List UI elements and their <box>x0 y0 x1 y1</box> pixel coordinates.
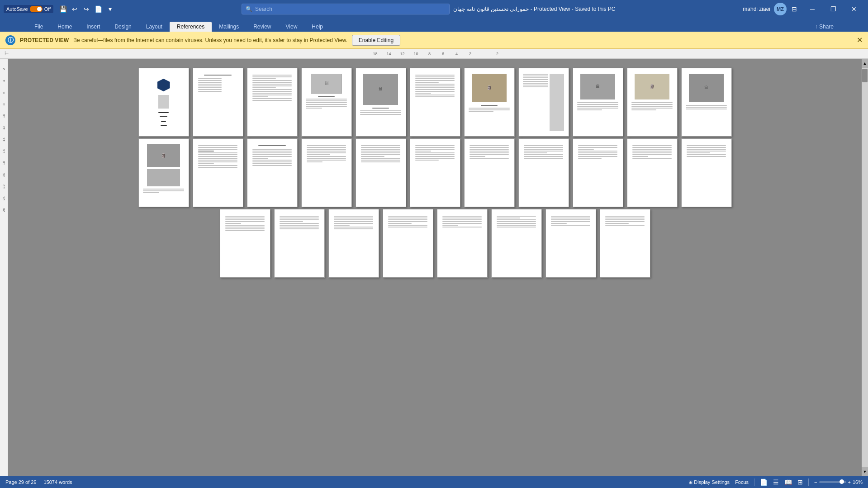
document-area[interactable]: 🖼 🏛 <box>8 59 862 476</box>
line <box>280 221 303 222</box>
focus-button[interactable]: Focus <box>735 479 749 485</box>
page-thumb-23[interactable] <box>220 209 270 278</box>
page-thumb-10[interactable]: 🗿 <box>627 68 678 137</box>
zoom-in-button[interactable]: + <box>848 479 851 485</box>
view-print-layout-button[interactable]: 📄 <box>760 479 768 486</box>
line <box>252 165 292 166</box>
page-thumb-4[interactable]: 🖼 <box>301 68 352 137</box>
page-thumb-3[interactable] <box>247 68 298 137</box>
line <box>252 163 292 164</box>
page-thumb-21[interactable] <box>627 138 678 207</box>
user-name: mahdi ziaei <box>743 6 770 12</box>
cover-subtitle-line <box>161 121 166 122</box>
page-thumb-20[interactable] <box>573 138 623 207</box>
user-avatar[interactable]: MZ <box>774 3 787 15</box>
undo-icon[interactable]: ↩ <box>71 5 79 13</box>
page-thumb-18[interactable] <box>464 138 515 207</box>
line <box>225 221 265 222</box>
scroll-down-button[interactable]: ▼ <box>862 467 868 476</box>
dropdown-icon[interactable]: ▾ <box>106 5 114 13</box>
tab-file[interactable]: File <box>27 22 50 32</box>
page-thumb-13[interactable] <box>193 138 243 207</box>
page-thumb-9[interactable]: 🏛 <box>573 68 623 137</box>
page-thumb-27[interactable] <box>437 209 488 278</box>
line <box>523 81 548 82</box>
page-thumb-7[interactable]: 🗿 <box>464 68 515 137</box>
line <box>469 109 510 110</box>
line <box>470 152 509 153</box>
display-settings-button[interactable]: ⊞ Display Settings <box>688 479 730 485</box>
restore-button[interactable]: ❐ <box>823 0 844 18</box>
search-input[interactable] <box>255 6 446 12</box>
line <box>252 98 292 99</box>
search-box[interactable]: 🔍 <box>242 4 450 14</box>
page-thumb-29[interactable] <box>545 209 596 278</box>
vertical-scrollbar[interactable]: ▲ ▼ <box>862 59 868 476</box>
page-thumb-22[interactable] <box>681 138 732 207</box>
page-thumb-11[interactable]: 🏛 <box>681 68 732 137</box>
zoom-slider[interactable] <box>819 481 846 483</box>
line <box>415 160 439 161</box>
tab-design[interactable]: Design <box>107 22 138 32</box>
line <box>306 104 347 105</box>
scroll-thumb[interactable] <box>862 69 868 82</box>
scroll-track[interactable] <box>862 68 868 467</box>
relief-img: 🏛 <box>363 74 398 105</box>
page-thumb-14[interactable] <box>247 138 298 207</box>
line <box>632 158 672 159</box>
line <box>632 147 672 148</box>
page-thumb-6[interactable] <box>410 68 460 137</box>
enable-editing-button[interactable]: Enable Editing <box>352 35 400 46</box>
line <box>497 218 520 218</box>
page-thumb-1[interactable] <box>138 68 189 137</box>
redo-icon[interactable]: ↪ <box>82 5 90 13</box>
line <box>523 83 548 84</box>
page-thumb-25[interactable] <box>328 209 379 278</box>
page-thumb-15[interactable] <box>301 138 352 207</box>
page-thumb-5[interactable]: 🏛 <box>356 68 406 137</box>
page-thumb-16[interactable] <box>356 138 406 207</box>
toc-line-0 <box>204 75 232 76</box>
page-thumb-30[interactable] <box>600 209 650 278</box>
save-icon[interactable]: 💾 <box>59 5 67 13</box>
tab-help[interactable]: Help <box>304 22 330 32</box>
tab-review[interactable]: Review <box>246 22 278 32</box>
share-button[interactable]: ↑ Share <box>808 22 841 32</box>
view-web-layout-button[interactable]: ☰ <box>773 479 779 486</box>
line <box>307 149 346 150</box>
view-read-mode-button[interactable]: 📖 <box>784 479 792 486</box>
line <box>415 84 455 85</box>
pages-row-2: 🗿 <box>22 138 848 207</box>
page-thumb-17[interactable] <box>410 138 460 207</box>
minimize-button[interactable]: ─ <box>802 0 823 18</box>
page-thumb-8[interactable] <box>518 68 569 137</box>
ribbon-display-icon[interactable]: ⊟ <box>790 5 798 13</box>
tab-references[interactable]: References <box>170 22 212 32</box>
ruler-marker-icon[interactable]: ⊢ <box>5 51 9 57</box>
close-button[interactable]: ✕ <box>844 0 864 18</box>
page-thumb-12[interactable]: 🗿 <box>138 138 189 207</box>
page-thumb-2[interactable] <box>193 68 243 137</box>
zoom-out-button[interactable]: − <box>814 479 817 485</box>
autosave-toggle[interactable]: AutoSave Off <box>4 5 53 13</box>
page-thumb-19[interactable] <box>518 138 569 207</box>
line <box>307 147 346 148</box>
page-thumb-28[interactable] <box>491 209 542 278</box>
line <box>360 110 401 111</box>
tab-view[interactable]: View <box>279 22 305 32</box>
tab-mailings[interactable]: Mailings <box>212 22 246 32</box>
scroll-up-button[interactable]: ▲ <box>862 59 868 68</box>
view-outline-button[interactable]: ⊞ <box>797 479 803 486</box>
tab-layout[interactable]: Layout <box>139 22 170 32</box>
ruler-num-10: 10 <box>409 52 423 56</box>
line <box>415 158 455 159</box>
tab-insert[interactable]: Insert <box>79 22 107 32</box>
line <box>497 223 536 224</box>
page-thumb-26[interactable] <box>383 209 433 278</box>
autosave-switch[interactable] <box>30 6 43 12</box>
page-thumb-24[interactable] <box>274 209 325 278</box>
protected-bar-close-icon[interactable]: ✕ <box>857 36 863 44</box>
tab-home[interactable]: Home <box>50 22 79 32</box>
new-doc-icon[interactable]: 📄 <box>94 5 102 13</box>
line <box>415 95 455 95</box>
